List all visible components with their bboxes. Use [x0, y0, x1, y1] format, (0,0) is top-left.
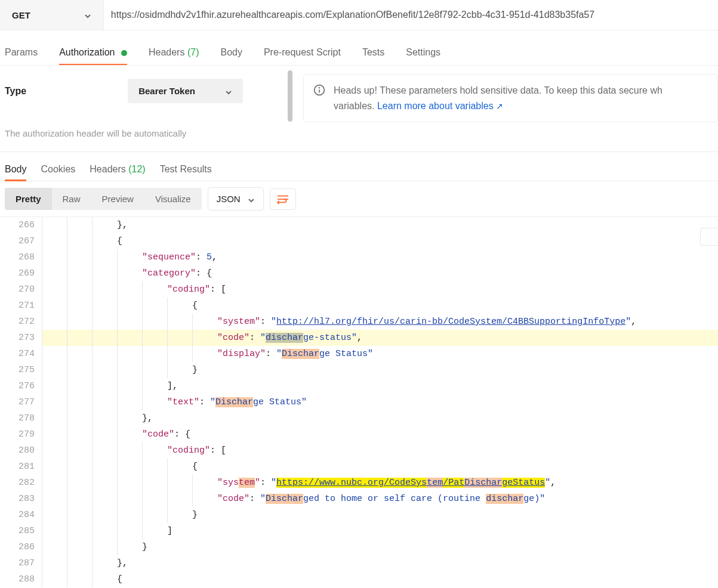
- info-callout: Heads up! These parameters hold sensitiv…: [303, 74, 718, 122]
- code-line[interactable]: "code": "discharge-status",: [42, 330, 718, 346]
- format-value: JSON: [217, 194, 241, 204]
- tab-params[interactable]: Params: [5, 42, 38, 65]
- format-select[interactable]: JSON: [208, 187, 264, 211]
- tab-tests[interactable]: Tests: [362, 42, 384, 65]
- code-line[interactable]: },: [42, 410, 718, 426]
- tab-settings[interactable]: Settings: [406, 42, 440, 65]
- tab-authorization[interactable]: Authorization: [59, 42, 127, 65]
- auth-type-label: Type: [5, 86, 26, 97]
- code-line[interactable]: "display": "Discharge Status": [42, 346, 718, 362]
- resp-tab-body[interactable]: Body: [5, 160, 26, 181]
- tab-body[interactable]: Body: [220, 42, 242, 65]
- code-line[interactable]: "category": {: [42, 265, 718, 281]
- url-input[interactable]: [104, 0, 718, 30]
- code-line[interactable]: "system": "http://hl7.org/fhir/us/carin-…: [42, 314, 718, 330]
- status-dot-icon: [121, 50, 127, 56]
- auth-left-pane: Type Bearer Token The authorization head…: [0, 66, 292, 151]
- request-tabs: Params Authorization Headers (7) Body Pr…: [0, 30, 718, 65]
- resp-tab-headers-count: (12): [128, 164, 145, 174]
- chevron-down-icon: [248, 196, 255, 203]
- http-method-label: GET: [12, 10, 30, 20]
- tab-authorization-label: Authorization: [59, 47, 115, 57]
- code-line[interactable]: {: [42, 298, 718, 314]
- scrollbar-thumb[interactable]: [288, 70, 292, 122]
- code-content[interactable]: },{"sequence": 5,"category": {"coding": …: [42, 217, 718, 587]
- view-pretty-button[interactable]: Pretty: [5, 188, 52, 210]
- code-line[interactable]: }: [42, 507, 718, 523]
- code-line[interactable]: "text": "Discharge Status": [42, 394, 718, 410]
- learn-more-link[interactable]: Learn more about variables ↗: [377, 101, 503, 111]
- code-line[interactable]: },: [42, 555, 718, 571]
- resp-tab-cookies[interactable]: Cookies: [41, 160, 75, 181]
- tab-prerequest[interactable]: Pre-request Script: [264, 42, 341, 65]
- code-line[interactable]: ]: [42, 523, 718, 539]
- code-line[interactable]: "system": "https://www.nubc.org/CodeSyst…: [42, 475, 718, 491]
- code-line[interactable]: }: [42, 362, 718, 378]
- external-link-icon: ↗: [496, 101, 503, 111]
- resp-tab-headers-label: Headers: [90, 164, 125, 174]
- response-toolbar: Pretty Raw Preview Visualize JSON: [0, 181, 718, 216]
- chevron-down-icon: [84, 11, 91, 18]
- code-line[interactable]: "code": "Discharged to home or self care…: [42, 491, 718, 507]
- line-number-gutter: 2662672682692702712722732742752762772782…: [0, 217, 42, 587]
- code-line[interactable]: {: [42, 459, 718, 475]
- code-line[interactable]: {: [42, 571, 718, 587]
- http-method-select[interactable]: GET: [0, 0, 104, 30]
- view-preview-button[interactable]: Preview: [91, 188, 144, 210]
- chevron-down-icon: [225, 88, 232, 95]
- code-line[interactable]: ],: [42, 378, 718, 394]
- request-bar: GET: [0, 0, 718, 30]
- view-raw-button[interactable]: Raw: [52, 188, 91, 210]
- tab-headers-label: Headers: [149, 47, 184, 57]
- code-line[interactable]: "coding": [: [42, 442, 718, 459]
- tab-headers[interactable]: Headers (7): [149, 42, 199, 65]
- line-wrap-button[interactable]: [270, 188, 296, 210]
- code-line[interactable]: },: [42, 217, 718, 233]
- view-visualize-button[interactable]: Visualize: [144, 188, 202, 210]
- code-line[interactable]: }: [42, 539, 718, 555]
- authorization-panel: Type Bearer Token The authorization head…: [0, 65, 718, 151]
- code-line[interactable]: "coding": [: [42, 281, 718, 298]
- response-tabs: Body Cookies Headers (12) Test Results: [0, 151, 718, 181]
- code-line[interactable]: {: [42, 233, 718, 249]
- auth-right-pane: Heads up! These parameters hold sensitiv…: [292, 66, 718, 151]
- view-mode-group: Pretty Raw Preview Visualize: [5, 188, 202, 210]
- auth-type-select[interactable]: Bearer Token: [128, 79, 243, 103]
- response-body[interactable]: 2662672682692702712722732742752762772782…: [0, 216, 718, 587]
- auth-description-truncated: The authorization header will be automat…: [5, 128, 288, 138]
- svg-point-2: [319, 88, 320, 88]
- tab-headers-count: (7): [187, 47, 199, 57]
- code-line[interactable]: "code": {: [42, 426, 718, 442]
- resp-tab-test-results[interactable]: Test Results: [160, 160, 212, 181]
- info-text: Heads up! These parameters hold sensitiv…: [334, 83, 662, 113]
- info-icon: [313, 84, 325, 96]
- code-line[interactable]: "sequence": 5,: [42, 249, 718, 265]
- resp-tab-headers[interactable]: Headers (12): [90, 160, 145, 181]
- side-tray-handle[interactable]: [700, 228, 718, 246]
- line-wrap-icon: [276, 194, 289, 205]
- auth-type-value: Bearer Token: [138, 86, 195, 96]
